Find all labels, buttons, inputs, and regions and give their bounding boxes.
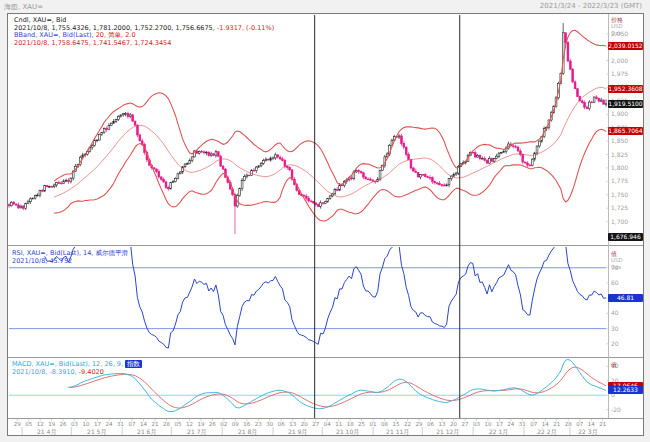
svg-text:29: 29 [416,421,423,427]
svg-text:14: 14 [140,421,147,427]
badge-rsi: 46.81 [608,294,643,302]
svg-text:20: 20 [611,340,619,347]
svg-text:21 7月: 21 7月 [187,428,206,436]
rsi-axis-title: 值 [611,250,623,257]
svg-text:1,700: 1,700 [611,218,628,225]
svg-text:17: 17 [496,421,503,427]
macd-signal-value: -9.4020 [79,368,104,376]
svg-text:31: 31 [519,421,526,427]
badge-bb-mid: 1,952.3608 [608,85,643,93]
svg-text:15: 15 [393,421,400,427]
svg-text:1,825: 1,825 [611,151,628,158]
svg-text:05: 05 [25,421,32,427]
svg-text:21 11月: 21 11月 [386,428,409,436]
svg-text:1,800: 1,800 [611,164,628,171]
svg-text:08: 08 [381,421,388,427]
rsi-pane-legend: RSI, XAU=, Bid(Last), 14, 威尔德平滑 2021/10/… [12,250,128,265]
svg-text:40: 40 [611,309,619,316]
price-pane-legend: Cndl, XAU=, Bid 2021/10/8, 1,755.4326, 1… [14,17,274,47]
svg-text:1,975: 1,975 [611,70,628,77]
candle-change-values: -1.9317, (-0.11%) [217,24,274,32]
svg-text:23: 23 [255,421,262,427]
svg-text:24: 24 [106,421,113,427]
svg-text:22 2月: 22 2月 [537,428,556,436]
svg-text:22 1月: 22 1月 [489,428,508,436]
svg-text:14: 14 [542,421,549,427]
svg-text:30: 30 [611,325,619,332]
price-axis-unit1: USD [611,23,623,30]
svg-text:21 9月: 21 9月 [288,428,307,436]
price-axis-unit2: Ozs [611,30,623,37]
svg-text:06: 06 [427,421,434,427]
svg-text:20: 20 [301,421,308,427]
rsi-axis-unit2: Ozs [611,264,623,271]
svg-text:21 5月: 21 5月 [87,428,106,436]
svg-text:19: 19 [48,421,55,427]
svg-text:05: 05 [174,421,181,427]
svg-text:12: 12 [37,421,44,427]
svg-text:21: 21 [151,421,158,427]
svg-text:-20: -20 [611,406,621,413]
svg-text:16: 16 [243,421,250,427]
svg-text:03: 03 [473,421,480,427]
svg-text:1,750: 1,750 [611,191,628,198]
badge-bb-upper: 2,039.0152 [608,42,643,50]
svg-text:17: 17 [94,421,101,427]
svg-text:12: 12 [186,421,193,427]
svg-text:31: 31 [117,421,124,427]
macd-axis-title: 值 [611,361,617,368]
svg-text:26: 26 [209,421,216,427]
svg-text:13: 13 [289,421,296,427]
svg-text:1,850: 1,850 [611,137,628,144]
svg-text:1,725: 1,725 [611,204,628,211]
svg-text:21 6月: 21 6月 [137,428,156,436]
macd-value: 2021/10/8, -8.3910, [12,368,77,376]
svg-text:07: 07 [129,421,136,427]
chart-window: 海图, XAU= 2021/3/24 - 2022/3/23 (GMT) 2,0… [0,0,650,442]
svg-text:25: 25 [358,421,365,427]
svg-text:01: 01 [370,421,377,427]
svg-text:03: 03 [71,421,78,427]
svg-text:10: 10 [83,421,90,427]
badge-bb-lower: 1,865.7064 [608,127,643,135]
bband-values: 2021/10/8, 1,758.6475, 1,741.5467, 1,724… [14,39,171,47]
svg-text:22: 22 [404,421,411,427]
svg-text:20: 20 [450,421,457,427]
svg-text:10: 10 [484,421,491,427]
macd-axis-header[interactable]: 值 [611,361,617,368]
svg-text:04: 04 [324,421,331,427]
svg-text:21 4月: 21 4月 [37,428,56,436]
svg-text:21 12月: 21 12月 [436,428,459,436]
svg-text:21 10月: 21 10月 [336,428,359,436]
svg-text:60: 60 [611,279,619,286]
svg-text:27: 27 [312,421,319,427]
svg-text:21 8月: 21 8月 [238,428,257,436]
svg-text:28: 28 [565,421,572,427]
svg-text:2,000: 2,000 [611,57,628,64]
svg-text:1,775: 1,775 [611,177,628,184]
rsi-axis-unit1: USD [611,257,623,264]
price-axis-header[interactable]: 价格 USD Ozs [611,16,623,37]
svg-text:28: 28 [163,421,170,427]
price-axis-title: 价格 [611,16,623,23]
svg-text:13: 13 [438,421,445,427]
svg-text:30: 30 [266,421,273,427]
svg-text:09: 09 [232,421,239,427]
macd-ma-type-chip[interactable]: 指数 [125,360,142,368]
svg-text:21: 21 [553,421,560,427]
svg-text:29: 29 [14,421,21,427]
svg-text:24: 24 [507,421,514,427]
rsi-value: 2021/10/8, 45.752 [12,257,72,265]
svg-text:06: 06 [278,421,285,427]
svg-text:07: 07 [576,421,583,427]
rsi-axis-header[interactable]: 值 USD Ozs [611,250,623,271]
svg-text:26: 26 [60,421,67,427]
svg-text:02: 02 [220,421,227,427]
svg-text:11: 11 [335,421,342,427]
svg-text:18: 18 [347,421,354,427]
svg-text:22 3月: 22 3月 [578,428,597,436]
svg-text:27: 27 [461,421,468,427]
svg-text:19: 19 [197,421,204,427]
badge-last-price: 1,919.5100 [608,100,643,108]
svg-text:1,900: 1,900 [611,110,628,117]
